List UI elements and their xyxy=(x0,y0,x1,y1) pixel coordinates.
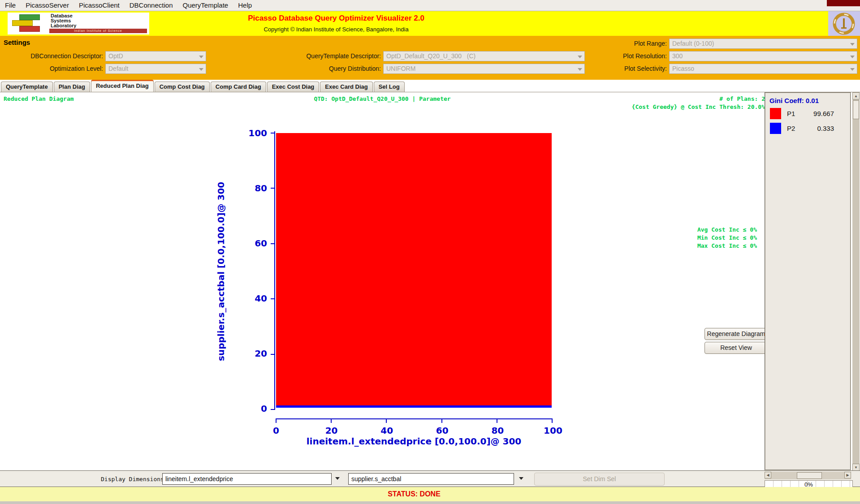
menu-dbconnection[interactable]: DBConnection xyxy=(125,0,178,11)
y-tick-40: 40 xyxy=(233,293,267,304)
chevron-down-icon xyxy=(850,43,855,46)
status-text-wrap: STATUS: DONE xyxy=(0,490,828,498)
menu-querytemplate[interactable]: QueryTemplate xyxy=(177,0,233,11)
p1-label: P1 xyxy=(787,110,795,117)
querytemplate-descriptor-value: OptD_Default_Q20_U_300 (C) xyxy=(386,52,575,61)
p2-value: 0.333 xyxy=(817,125,834,132)
legend-row-p1: P1 99.667 xyxy=(765,108,850,120)
reset-view-button[interactable]: Reset View xyxy=(704,342,768,354)
min-cost-inc: Min Cost Inc ≤ 0% xyxy=(697,234,757,242)
x-tick-60: 60 xyxy=(429,425,456,436)
tab-comp-card-diag[interactable]: Comp Card Diag xyxy=(211,82,266,92)
menu-bar: File PicassoServer PicassoClient DBConne… xyxy=(0,0,860,11)
header-center: Picasso Database Query Optimizer Visuali… xyxy=(0,11,672,36)
y-tick-80: 80 xyxy=(233,182,267,194)
y-tick-60: 60 xyxy=(233,237,267,249)
menu-picasso-client[interactable]: PicassoClient xyxy=(74,0,125,11)
tab-exec-card-diag[interactable]: Exec Card Diag xyxy=(320,82,372,92)
avg-cost-inc: Avg Cost Inc ≤ 0% xyxy=(697,226,757,234)
app-header: Database Systems Laboratory Indian Insti… xyxy=(0,11,860,36)
scroll-down-icon[interactable]: ▼ xyxy=(852,464,860,471)
horizontal-scroll-thumb[interactable] xyxy=(797,472,822,479)
gini-coefficient: Gini Coeff: 0.01 xyxy=(769,97,819,104)
chevron-down-icon xyxy=(850,56,855,58)
x-tick-100: 100 xyxy=(540,425,566,436)
menu-help[interactable]: Help xyxy=(233,0,257,11)
tab-plan-diag[interactable]: Plan Diag xyxy=(54,82,90,92)
reduction-info: {Cost Greedy} @ Cost Inc Thresh: 20.0% xyxy=(632,103,765,110)
cost-annotations: Avg Cost Inc ≤ 0% Min Cost Inc ≤ 0% Max … xyxy=(697,226,757,250)
p1-color-swatch-icon xyxy=(770,108,781,119)
vertical-scroll-thumb[interactable] xyxy=(853,100,859,119)
display-dimensions-label: Display Dimensions xyxy=(101,476,164,482)
tab-exec-cost-diag[interactable]: Exec Cost Diag xyxy=(267,82,320,92)
optimization-level-select[interactable]: Default xyxy=(105,64,206,74)
query-distribution-value: UNIFORM xyxy=(386,64,575,73)
plot-range-value: Default (0-100) xyxy=(672,39,848,48)
scroll-left-icon[interactable]: ◀ xyxy=(765,472,771,478)
plot-resolution-select[interactable]: 300 xyxy=(669,51,857,61)
dbconnection-descriptor-label: DBConnection Descriptor: xyxy=(9,52,103,60)
menu-file[interactable]: File xyxy=(0,0,21,11)
legend-row-p2: P2 0.333 xyxy=(765,123,850,134)
plot-resolution-label: Plot Resolution: xyxy=(569,52,667,60)
plan-legend-panel: Gini Coeff: 0.01 P1 99.667 P2 0.333 xyxy=(765,92,851,470)
display-dimensions-bar: Display Dimensions lineitem.l_extendedpr… xyxy=(0,470,860,487)
chevron-down-icon xyxy=(199,56,203,58)
plan-diagram-p2-region[interactable] xyxy=(276,405,552,408)
chevron-down-icon[interactable] xyxy=(335,477,340,480)
x-axis-ticks xyxy=(276,419,553,423)
iisc-seal-icon xyxy=(828,11,860,36)
x-tick-40: 40 xyxy=(373,425,400,436)
y-tick-100: 100 xyxy=(233,127,267,139)
query-distribution-select[interactable]: UNIFORM xyxy=(383,64,585,74)
dimension1-select[interactable]: lineitem.l_extendedprice xyxy=(162,473,332,485)
tab-querytemplate[interactable]: QueryTemplate xyxy=(1,82,53,92)
x-axis-tick-labels: 0 20 40 60 80 100 xyxy=(263,425,566,436)
regenerate-diagram-button[interactable]: Regenerate Diagram xyxy=(704,328,768,340)
status-bar: STATUS: DONE xyxy=(0,487,860,501)
max-cost-inc: Max Cost Inc ≤ 0% xyxy=(697,242,757,250)
dimension2-value: supplier.s_acctbal xyxy=(351,475,401,482)
copyright-text: Copyright © Indian Institute of Science,… xyxy=(0,26,672,33)
chevron-down-icon xyxy=(850,68,855,71)
y-tick-20: 20 xyxy=(233,348,267,359)
tab-reduced-plan-diag[interactable]: Reduced Plan Diag xyxy=(91,80,154,92)
querytemplate-descriptor-select[interactable]: OptD_Default_Q20_U_300 (C) xyxy=(383,51,585,61)
legend-horizontal-scrollbar[interactable]: ◀ ▶ xyxy=(765,472,851,479)
x-tick-80: 80 xyxy=(484,425,511,436)
plot-range-label: Plot Range: xyxy=(569,40,667,47)
scroll-right-icon[interactable]: ▶ xyxy=(844,472,851,478)
window-bottom-edge xyxy=(0,501,860,504)
querytemplate-descriptor-label: QueryTemplate Descriptor: xyxy=(278,52,381,60)
plot-resolution-value: 300 xyxy=(672,52,848,61)
legend-vertical-scrollbar[interactable]: ▲ ▼ xyxy=(852,92,860,471)
app-title: Picasso Database Query Optimizer Visuali… xyxy=(0,14,672,23)
plans-count: # of Plans: 2 xyxy=(719,95,765,102)
dimension1-value: lineitem.l_extendedprice xyxy=(165,475,233,482)
x-tick-20: 20 xyxy=(318,425,345,436)
tab-sel-log[interactable]: Sel Log xyxy=(374,82,405,92)
y-axis-line xyxy=(274,131,275,410)
set-dim-sel-button[interactable]: Set Dim Sel xyxy=(534,473,665,486)
menu-picasso-server[interactable]: PicassoServer xyxy=(21,0,74,11)
scroll-up-icon[interactable]: ▲ xyxy=(852,92,860,99)
y-axis-title: supplier.s_acctbal [0.0,100.0]@ 300 xyxy=(214,133,228,410)
tab-comp-cost-diag[interactable]: Comp Cost Diag xyxy=(155,82,210,92)
plot-range-select[interactable]: Default (0-100) xyxy=(669,39,857,49)
plot-selectivity-select[interactable]: Picasso xyxy=(669,64,857,74)
chevron-down-icon xyxy=(199,68,203,71)
dbconnection-descriptor-value: OptD xyxy=(108,52,197,61)
settings-heading: Settings xyxy=(4,39,30,46)
dbconnection-descriptor-select[interactable]: OptD xyxy=(105,51,206,61)
chevron-down-icon[interactable] xyxy=(519,477,523,480)
status-text: STATUS: DONE xyxy=(388,490,441,498)
plan-diagram-canvas-p1-region[interactable] xyxy=(276,133,552,405)
p1-value: 99.667 xyxy=(813,110,834,117)
query-distribution-label: Query Distribution: xyxy=(278,65,381,72)
diagram-qtd: QTD: OptD_Default_Q20_U_300 | Parameter xyxy=(0,95,765,102)
plot-selectivity-label: Plot Selectivity: xyxy=(569,65,667,72)
dimension2-select[interactable]: supplier.s_acctbal xyxy=(348,473,514,485)
y-axis-tick-labels: 100 80 60 40 20 0 xyxy=(233,127,267,414)
p2-label: P2 xyxy=(787,125,795,132)
